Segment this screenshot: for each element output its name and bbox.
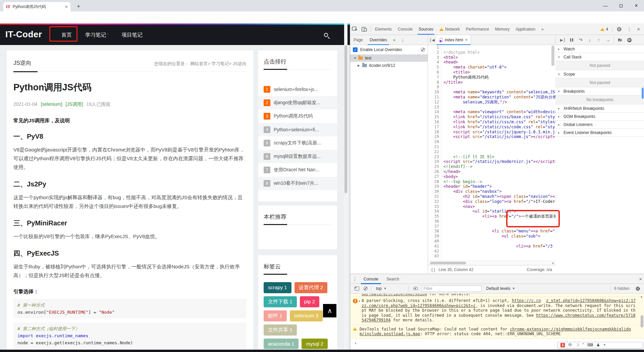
line-number[interactable]: 37: [428, 224, 441, 229]
tag-chip[interactable]: pip 2: [300, 296, 320, 307]
step-out-button[interactable]: ↑: [594, 36, 603, 44]
deactivate-breakpoints-button[interactable]: [616, 36, 625, 44]
collapse-navigator-icon[interactable]: ⎢◀: [428, 38, 437, 42]
settings-gear-icon[interactable]: [614, 25, 624, 34]
tag-chip[interactable]: 文件共享 1: [264, 324, 297, 336]
more-tabs-icon[interactable]: »: [538, 24, 547, 35]
ranking-item-label[interactable]: Python+selenium+fi...: [274, 127, 319, 132]
ime-icon[interactable]: 中: [568, 342, 572, 348]
ranking-item[interactable]: 5scrapy文件下载(高新...: [258, 136, 337, 150]
debugger-section-breakpoints[interactable]: ▾Breakpoints: [555, 87, 644, 95]
console-menu-icon[interactable]: ⋮: [350, 276, 360, 281]
navigator-more-tabs[interactable]: »: [390, 38, 398, 42]
line-number[interactable]: 34: [428, 209, 441, 214]
ranking-item-label[interactable]: mysql8设置数据库远...: [274, 153, 321, 160]
line-number[interactable]: 9: [428, 85, 441, 90]
debugger-section-global-listeners[interactable]: ▸Global Listeners: [555, 121, 644, 129]
tree-item-test[interactable]: ▼test: [350, 54, 428, 62]
line-number[interactable]: 32: [428, 199, 441, 204]
tag-chip[interactable]: selenium 3: [290, 310, 323, 321]
line-number[interactable]: 6: [428, 70, 441, 75]
console-message[interactable]: 2▸z_stat.php?id=1279584606&show=pic2:17A…: [350, 297, 644, 325]
ranking-item[interactable]: 3Python调用JS代码: [258, 109, 337, 123]
line-number[interactable]: 26: [428, 169, 441, 174]
tree-expand-arrow[interactable]: ▶: [358, 64, 360, 67]
window-maximize-button[interactable]: [613, 0, 629, 11]
line-number[interactable]: 8: [428, 80, 441, 85]
line-number[interactable]: 17: [428, 125, 441, 130]
console-tab-search[interactable]: Search: [382, 274, 403, 284]
ranking-item[interactable]: 8win10看不到win7共...: [258, 177, 337, 190]
line-number[interactable]: 22: [428, 149, 441, 155]
line-number[interactable]: 5: [428, 65, 441, 70]
pause-script-button[interactable]: [567, 36, 576, 44]
navigator-tab-page[interactable]: Page: [350, 35, 366, 45]
article-tag[interactable]: [selenium]: [41, 101, 62, 107]
tab-close-icon[interactable]: ×: [65, 4, 68, 9]
line-number[interactable]: 13: [428, 105, 441, 110]
console-sidebar-icon[interactable]: [352, 284, 362, 293]
tag-chip[interactable]: 邮件 1: [264, 310, 287, 321]
expand-sidebar-icon[interactable]: ▶⎥: [558, 38, 567, 42]
ime-logo[interactable]: S: [560, 343, 565, 347]
line-number[interactable]: 40: [428, 239, 441, 244]
editor-vscrollbar-thumb[interactable]: [551, 46, 554, 66]
live-expression-eye-icon[interactable]: [413, 287, 418, 290]
console-close-icon[interactable]: ×: [637, 276, 644, 282]
ranking-item-label[interactable]: 使用Oracel Net Nan...: [274, 167, 319, 173]
line-number[interactable]: 2: [428, 50, 441, 55]
ranking-item-label[interactable]: win10看不到win7共...: [274, 180, 318, 186]
debugger-section-watch[interactable]: ▸Watch: [555, 45, 644, 53]
line-number[interactable]: 10: [428, 90, 441, 95]
navigator-menu-icon[interactable]: ⋮: [398, 37, 408, 43]
devtools-tab-application[interactable]: Application: [513, 24, 538, 35]
devtools-tab-console[interactable]: Console: [395, 24, 416, 35]
new-tab-button[interactable]: +: [74, 3, 83, 11]
browser-tab[interactable]: IT Python调用JS代码 ×: [3, 2, 70, 11]
site-logo[interactable]: IT-Coder: [5, 29, 42, 40]
ime-icon[interactable]: ☽: [576, 342, 579, 348]
category-tab[interactable]: JS逆向: [13, 59, 32, 67]
line-number[interactable]: 20: [428, 139, 441, 144]
line-number[interactable]: 33: [428, 204, 441, 209]
line-number[interactable]: 29: [428, 184, 441, 189]
console-context-selector[interactable]: top: [376, 286, 382, 291]
line-number[interactable]: 31: [428, 194, 441, 199]
message-source-link[interactable]: z_stat.php?id=1279584606&show=pic2:17: [546, 298, 636, 303]
line-number[interactable]: 3: [428, 55, 441, 60]
ranking-item-label[interactable]: scrapy文件下载(高新...: [274, 140, 321, 146]
line-number[interactable]: 43: [428, 254, 441, 259]
ranking-item[interactable]: 1selenium+firefox+js...: [258, 83, 337, 96]
editor-hscrollbar-arrow[interactable]: ▸: [552, 261, 554, 265]
editor-hscrollbar-thumb[interactable]: [430, 262, 466, 264]
devtools-tab-sources[interactable]: Sources: [416, 24, 436, 35]
page-scrollbar-thumb[interactable]: [344, 45, 347, 193]
overrides-checkbox-label[interactable]: Enable Local Overrides: [360, 47, 418, 52]
line-number[interactable]: 18: [428, 130, 441, 135]
console-tab-console[interactable]: Console: [360, 274, 382, 284]
line-number[interactable]: 19: [428, 134, 441, 139]
inspect-element-icon[interactable]: [350, 25, 360, 34]
ime-icon[interactable]: ”: [583, 342, 584, 348]
devtools-tab-memory[interactable]: Memory: [492, 24, 513, 35]
line-number[interactable]: 30: [428, 189, 441, 194]
search-icon[interactable]: [324, 33, 328, 37]
editor-hscrollbar[interactable]: ▸: [428, 260, 555, 265]
expand-arrow-icon[interactable]: ▸: [359, 299, 360, 304]
console-message[interactable]: DevTools failed to load SourceMap: Could…: [350, 325, 644, 339]
article-tag[interactable]: [JS调用]: [65, 101, 83, 107]
console-scrollbar-up-arrow[interactable]: ▲: [640, 295, 643, 298]
devtools-tab-network[interactable]: Network: [436, 24, 463, 35]
line-number[interactable]: 4: [428, 60, 441, 65]
message-link[interactable]: om/feature/5718547946799104: [362, 294, 427, 296]
devtools-tab-performance[interactable]: Performance: [463, 24, 492, 35]
devtools-close-icon[interactable]: ×: [635, 26, 642, 32]
section-expand-arrow[interactable]: ▸: [558, 47, 561, 51]
line-number[interactable]: 15: [428, 115, 441, 120]
section-expand-arrow[interactable]: ▸: [558, 131, 561, 134]
line-number[interactable]: 21: [428, 144, 441, 149]
pause-on-exceptions-button[interactable]: [625, 36, 634, 44]
ime-icon[interactable]: ♟: [596, 342, 600, 348]
ranking-item[interactable]: 4Python+selenium+fi...: [258, 123, 337, 136]
console-settings-gear-icon[interactable]: [633, 284, 642, 293]
